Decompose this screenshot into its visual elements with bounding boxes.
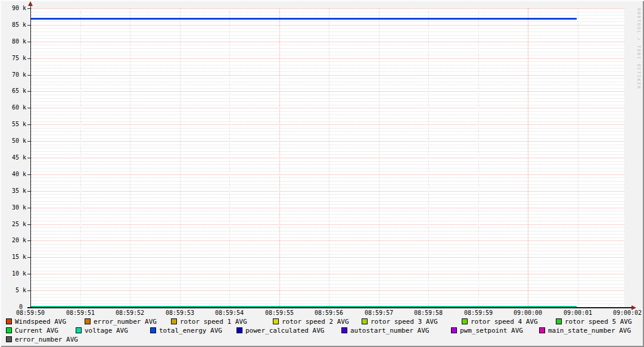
legend-swatch-icon: [76, 327, 82, 333]
x-tick-label: 08:59:59: [463, 310, 493, 317]
y-axis-tick: [27, 158, 30, 158]
y-axis-tick: [27, 290, 30, 291]
y-tick-label: 75 k: [0, 55, 26, 62]
x-tick-label: 08:59:54: [214, 310, 244, 317]
legend-label: main_state_number AVG: [548, 327, 631, 335]
gridline-minor: [31, 145, 624, 145]
y-tick-label: 30 k: [0, 204, 26, 211]
legend-label: rotor speed 3 AVG: [371, 318, 438, 326]
gridline-minor: [31, 82, 624, 82]
gridline-major: [31, 58, 624, 59]
x-tick-label: 08:59:56: [314, 310, 344, 317]
gridline-minor: [31, 48, 624, 49]
gridline-minor: [31, 304, 624, 304]
legend-swatch-icon: [237, 327, 242, 333]
gridline-minor: [31, 88, 624, 89]
legend-swatch-icon: [556, 318, 562, 324]
y-tick-label: 5 k: [0, 287, 26, 294]
gridline-major: [31, 274, 624, 274]
gridline-minor: [31, 95, 624, 95]
gridline-minor: [31, 105, 624, 105]
gridline-major: [31, 108, 624, 108]
gridline-minor: [31, 161, 624, 162]
gridline-minor-vertical: [229, 8, 230, 307]
gridline-minor: [31, 55, 624, 55]
x-tick-label: 08:59:51: [66, 310, 95, 317]
gridline-minor: [31, 248, 624, 248]
gridline-minor: [31, 98, 624, 99]
gridline-minor: [31, 217, 624, 218]
gridline-minor: [31, 131, 624, 132]
x-tick-label: 08:59:52: [115, 310, 145, 317]
y-tick-label: 40 k: [0, 171, 26, 178]
gridline-minor: [31, 61, 624, 62]
gridline-minor: [31, 264, 624, 264]
legend-swatch-icon: [341, 327, 347, 333]
gridline-minor: [31, 201, 624, 202]
y-tick-label: 60 k: [0, 104, 26, 111]
y-axis-tick: [27, 174, 30, 175]
gridline-major-vertical: [528, 8, 528, 307]
legend-swatch-icon: [6, 336, 12, 342]
gridline-minor: [31, 284, 624, 285]
legend-label: rotor speed 5 AVG: [565, 318, 632, 326]
watermark: RRDTOOL / TOBI OETIKER: [636, 8, 641, 90]
gridline-minor: [31, 128, 624, 129]
legend-swatch-icon: [539, 327, 545, 333]
legend-label: power_calculated AVG: [245, 327, 324, 335]
gridline-minor: [31, 15, 624, 15]
gridline-minor: [31, 154, 624, 155]
legend-swatch-icon: [85, 318, 91, 324]
x-tick-label: 09:00:00: [513, 310, 543, 317]
gridline-major: [31, 42, 624, 42]
gridline-minor: [31, 38, 624, 39]
gridline-minor: [31, 135, 624, 135]
y-axis-tick: [27, 58, 30, 59]
gridline-minor-vertical: [478, 8, 479, 307]
gridline-minor: [31, 171, 624, 171]
gridline-minor: [31, 21, 624, 22]
gridline-minor: [31, 71, 624, 72]
gridline-minor: [31, 121, 624, 122]
y-axis-tick: [27, 108, 30, 108]
gridline-minor: [31, 138, 624, 139]
y-axis-tick: [27, 25, 30, 26]
gridline-major: [31, 75, 624, 76]
gridline-minor: [31, 194, 624, 195]
legend-label: voltage AVG: [85, 327, 128, 335]
x-tick-label: 09:00:02: [612, 310, 642, 317]
gridline-minor: [31, 221, 624, 221]
gridline-minor: [31, 185, 624, 185]
gridline-minor: [31, 234, 624, 235]
y-tick-label: 85 k: [0, 21, 26, 29]
legend-label: Current AVG: [15, 327, 58, 335]
gridline-major: [31, 290, 624, 291]
gridline-minor: [31, 204, 624, 205]
y-axis-arrow-icon: [28, 1, 33, 6]
gridline-minor: [31, 168, 624, 168]
gridline-minor: [31, 35, 624, 36]
x-tick-label: 08:59:50: [15, 310, 45, 317]
gridline-minor: [31, 261, 624, 261]
gridline-major: [31, 25, 624, 26]
legend-label: error_number AVG: [94, 318, 157, 326]
y-axis-tick: [27, 75, 30, 76]
gridline-minor: [31, 214, 624, 215]
gridline-minor: [31, 237, 624, 238]
gridline-minor: [31, 254, 624, 255]
gridline-minor-vertical: [578, 8, 578, 307]
legend-label: rotor speed 4 AVG: [471, 318, 538, 326]
gridline-minor: [31, 227, 624, 228]
legend-swatch-icon: [171, 318, 177, 324]
gridline-minor: [31, 164, 624, 165]
legend-swatch-icon: [150, 327, 156, 333]
legend-swatch-icon: [6, 318, 12, 324]
gridline-minor: [31, 251, 624, 251]
legend-swatch-icon: [451, 327, 457, 333]
legend-label: rotor speed 1 AVG: [180, 318, 247, 326]
gridline-minor: [31, 101, 624, 102]
y-tick-label: 25 k: [0, 221, 26, 228]
y-axis: [30, 5, 31, 308]
x-tick-label: 08:59:58: [413, 310, 443, 317]
gridline-minor-vertical: [130, 8, 130, 307]
